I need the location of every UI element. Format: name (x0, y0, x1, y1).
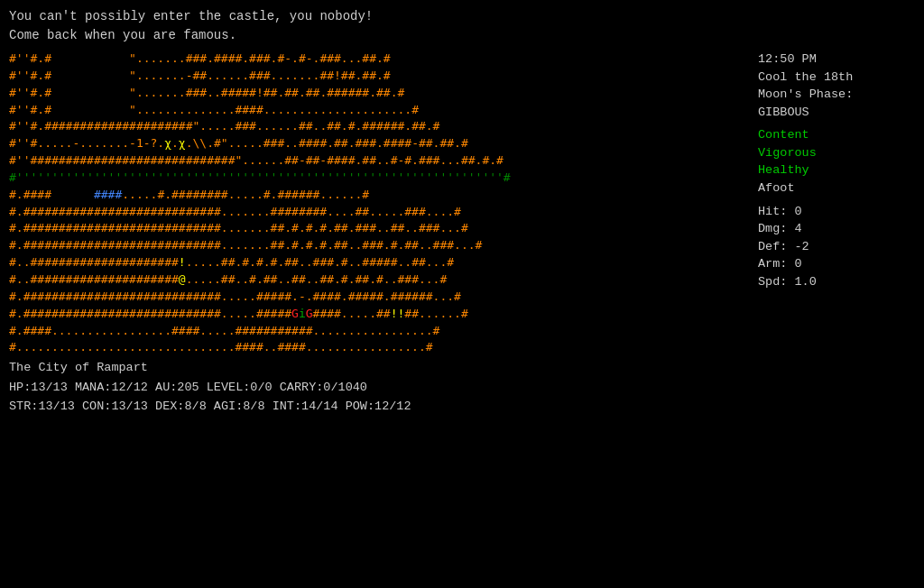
map-row-4: #''#.#####################".....###.....… (9, 118, 749, 135)
map-row-16: #.####.................####.....########… (9, 323, 749, 340)
stats-dmg: Dmg: 4 (758, 220, 915, 238)
map-stats-container: #''#.# ".......###.####.###.#-.#-.###...… (9, 51, 915, 356)
stats-hit: Hit: 0 (758, 203, 915, 221)
stats-condition2: Vigorous (758, 144, 915, 162)
map-row-15: #.############################.....#####… (9, 306, 749, 323)
stats-moon-label: Moon's Phase: (758, 86, 915, 104)
map-row-17: #...............................####..##… (9, 339, 749, 356)
map-row-1: #''#.# ".......-##......###.......##!##.… (9, 68, 749, 85)
stats-condition1: Content (758, 126, 915, 144)
map-row-6: #''#############################"......#… (9, 152, 749, 170)
map-row-12: #..#####################!.....##.#.#.#.#… (9, 254, 749, 271)
status-line-1: HP:13/13 MANA:12/12 AU:205 LEVEL:0/0 CAR… (9, 378, 915, 398)
stats-condition4: Afoot (758, 179, 915, 198)
stats-condition3: Healthy (758, 161, 915, 179)
message-line-2: Come back when you are famous. (9, 26, 915, 45)
bottom-bar: The City of Rampart HP:13/13 MANA:12/12 … (9, 358, 915, 417)
message-line-1: You can't possibly enter the castle, you… (9, 7, 915, 26)
map-row-13: #..#####################@.....##..#.##..… (9, 271, 749, 289)
map-area: #''#.# ".......###.####.###.#-.#-.###...… (9, 51, 749, 356)
stats-area: 12:50 PM Cool the 18th Moon's Phase: GIB… (749, 51, 915, 356)
stats-date: Cool the 18th (758, 69, 915, 87)
map-row-8: #.#### ####.....#.########.....#.######.… (9, 187, 749, 204)
map-row-14: #.############################.....#####… (9, 289, 749, 306)
game-screen: You can't possibly enter the castle, you… (0, 0, 924, 588)
map-row-2: #''#.# ".......###..#####!##.##.##.#####… (9, 85, 749, 102)
location-text: The City of Rampart (9, 358, 915, 378)
map-row-7: #'''''''''''''''''''''''''''''''''''''''… (9, 170, 749, 187)
message-area: You can't possibly enter the castle, you… (9, 7, 915, 45)
stats-spd: Spd: 1.0 (758, 273, 915, 291)
map-row-11: #.############################.......##.… (9, 237, 749, 254)
map-row-5: #''#.....-.......-1-?.χ.χ.\\.#".....###.… (9, 135, 749, 152)
map-row-3: #''#.# "..............####..............… (9, 102, 749, 119)
stats-moon-phase: GIBBOUS (758, 104, 915, 122)
stats-arm: Arm: 0 (758, 255, 915, 273)
status-line-2: STR:13/13 CON:13/13 DEX:8/8 AGI:8/8 INT:… (9, 397, 915, 417)
stats-time: 12:50 PM (758, 51, 915, 69)
map-row-9: #.############################.......###… (9, 204, 749, 221)
map-row-10: #.############################.......##.… (9, 220, 749, 237)
stats-def: Def: -2 (758, 238, 915, 256)
map-row-0: #''#.# ".......###.####.###.#-.#-.###...… (9, 51, 749, 68)
